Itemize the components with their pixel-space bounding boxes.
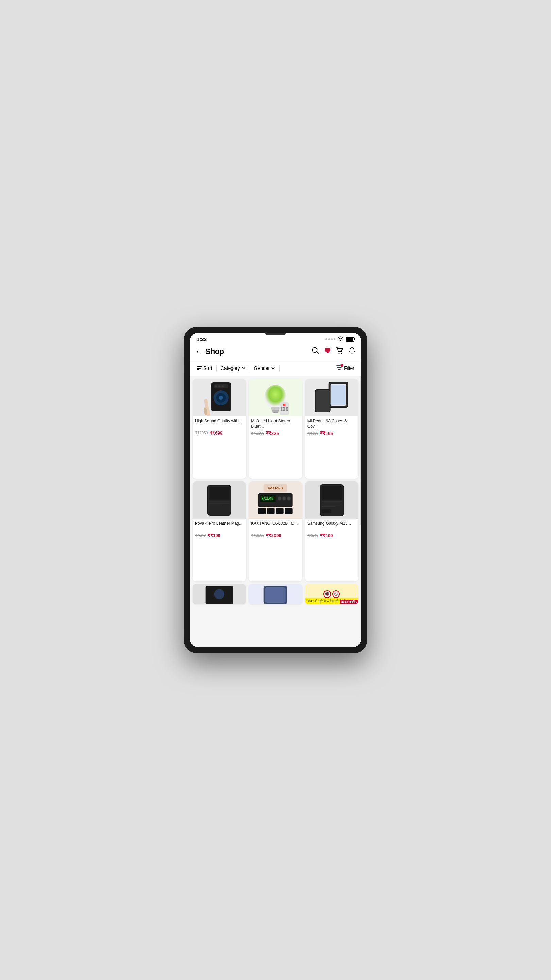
sale-price-1: ₹699 — [210, 430, 222, 436]
product-card-6[interactable]: Samsung Galaxy M13... ₹249 ₹199 — [305, 482, 359, 581]
filter-active-dot — [340, 364, 343, 367]
product-card-2[interactable]: Mp3 Led Light Stereo Bluet... ₹1050 ₹325 — [249, 379, 302, 479]
svg-rect-19 — [272, 407, 279, 410]
product-image-4 — [192, 482, 246, 519]
battery-icon — [346, 337, 354, 342]
divider-3 — [279, 365, 279, 371]
search-button[interactable] — [311, 347, 319, 356]
header-left: ← Shop — [195, 347, 224, 356]
svg-text:KAXTANG: KAXTANG — [268, 486, 283, 490]
product-name-1: High Sound Quality with... — [195, 418, 243, 429]
product-card-7[interactable] — [192, 584, 246, 605]
no-smoking-icons: 🚭 🚫 — [322, 589, 341, 599]
original-price-2: ₹1050 — [251, 431, 264, 436]
gender-button[interactable]: Gender — [253, 364, 277, 372]
gender-chevron — [271, 366, 275, 370]
filter-button[interactable]: Filter — [335, 363, 356, 372]
svg-point-48 — [278, 497, 281, 500]
category-label: Category — [221, 366, 240, 371]
signal-dots — [326, 338, 335, 340]
signal-dot-3 — [331, 338, 333, 340]
sale-price-3: ₹165 — [320, 431, 333, 436]
product-info-4: Pova 4 Pro Leather Mag... ₹249 ₹199 — [192, 519, 246, 541]
product-card-8[interactable] — [249, 584, 302, 605]
svg-rect-54 — [267, 508, 275, 514]
product-image-6 — [305, 482, 359, 519]
product-card-3[interactable]: Mi Redmi 9A Cases & Cov... ₹450 ₹165 — [305, 379, 359, 479]
phone-case-image — [305, 379, 359, 417]
speaker-image — [192, 379, 246, 417]
product-price-6: ₹249 ₹199 — [308, 533, 356, 538]
cart-button[interactable] — [336, 347, 343, 356]
svg-rect-69 — [265, 587, 286, 603]
svg-point-27 — [281, 409, 283, 411]
svg-rect-53 — [259, 508, 266, 514]
svg-rect-55 — [276, 508, 284, 514]
product-image-3 — [305, 379, 359, 417]
partial-image-3: त्यौहार की खुशियों के लिए नशे से मुक्ति … — [305, 584, 359, 605]
signal-dot-4 — [333, 338, 335, 340]
partial-image-2 — [249, 584, 302, 605]
product-image-2 — [249, 379, 302, 417]
notification-button[interactable] — [348, 347, 356, 356]
product-image-1 — [192, 379, 246, 417]
product-price-2: ₹1050 ₹325 — [251, 431, 300, 436]
sort-label: Sort — [203, 366, 212, 371]
product-price-3: ₹450 ₹165 — [308, 431, 356, 436]
svg-point-13 — [218, 385, 221, 387]
svg-rect-61 — [321, 486, 342, 500]
svg-rect-35 — [331, 385, 345, 405]
svg-rect-65 — [321, 509, 331, 514]
products-grid: High Sound Quality with... ₹1050 ₹699 — [190, 376, 361, 647]
product-name-6: Samsung Galaxy M13... — [308, 521, 356, 531]
category-button[interactable]: Category — [219, 364, 247, 372]
status-icons — [326, 336, 354, 342]
sale-price-4: ₹199 — [208, 533, 221, 538]
device-frame: 1:22 — [184, 327, 367, 653]
product-card-9[interactable]: त्यौहार की खुशियों के लिए नशे से मुक्ति … — [305, 584, 359, 605]
sale-price-2: ₹325 — [266, 431, 279, 436]
svg-text:KAXTANG: KAXTANG — [262, 497, 273, 500]
original-price-3: ₹450 — [308, 431, 318, 436]
partial-phone-image — [249, 584, 302, 605]
ayurvedic-badge: 100% आयुर्वि... — [340, 600, 359, 605]
svg-point-3 — [341, 353, 342, 354]
original-price-4: ₹249 — [195, 533, 206, 538]
svg-rect-20 — [272, 410, 279, 412]
svg-rect-33 — [315, 390, 330, 412]
wishlist-button[interactable] — [324, 347, 331, 356]
filter-bar: Sort Category Gender — [190, 360, 361, 376]
page-title: Shop — [205, 347, 224, 356]
svg-point-14 — [222, 385, 224, 387]
app-header: ← Shop — [190, 344, 361, 360]
signal-dot-2 — [328, 338, 330, 340]
back-button[interactable]: ← — [195, 347, 203, 356]
screen: 1:22 — [190, 333, 361, 647]
product-price-5: ₹2599 ₹2099 — [251, 533, 300, 538]
product-card-1[interactable]: High Sound Quality with... ₹1050 ₹699 — [192, 379, 246, 479]
header-right — [311, 347, 356, 356]
partial-image-1 — [192, 584, 246, 605]
product-price-4: ₹249 ₹199 — [195, 533, 243, 538]
product-name-5: KAXTANG KX-082BT D... — [251, 521, 300, 531]
original-price-5: ₹2599 — [251, 533, 264, 538]
svg-point-28 — [283, 409, 285, 411]
svg-point-12 — [215, 385, 217, 387]
product-info-5: KAXTANG KX-082BT D... ₹2599 ₹2099 — [249, 519, 302, 541]
svg-point-50 — [283, 497, 286, 500]
product-info-2: Mp3 Led Light Stereo Bluet... ₹1050 ₹325 — [249, 417, 302, 439]
product-info-3: Mi Redmi 9A Cases & Cov... ₹450 ₹165 — [305, 417, 359, 439]
sale-price-5: ₹2099 — [266, 533, 281, 538]
sale-price-6: ₹199 — [320, 533, 333, 538]
svg-point-52 — [288, 497, 291, 500]
product-card-4[interactable]: Pova 4 Pro Leather Mag... ₹249 ₹199 — [192, 482, 246, 581]
scrollbar-track — [359, 376, 360, 525]
sort-icon — [197, 366, 202, 370]
product-info-1: High Sound Quality with... ₹1050 ₹699 — [192, 417, 246, 438]
gender-label: Gender — [254, 366, 270, 371]
sort-button[interactable]: Sort — [195, 364, 214, 372]
svg-line-1 — [317, 352, 319, 354]
product-card-5[interactable]: KAXTANG — [249, 482, 302, 581]
product-name-4: Pova 4 Pro Leather Mag... — [195, 521, 243, 531]
svg-point-10 — [219, 396, 223, 400]
